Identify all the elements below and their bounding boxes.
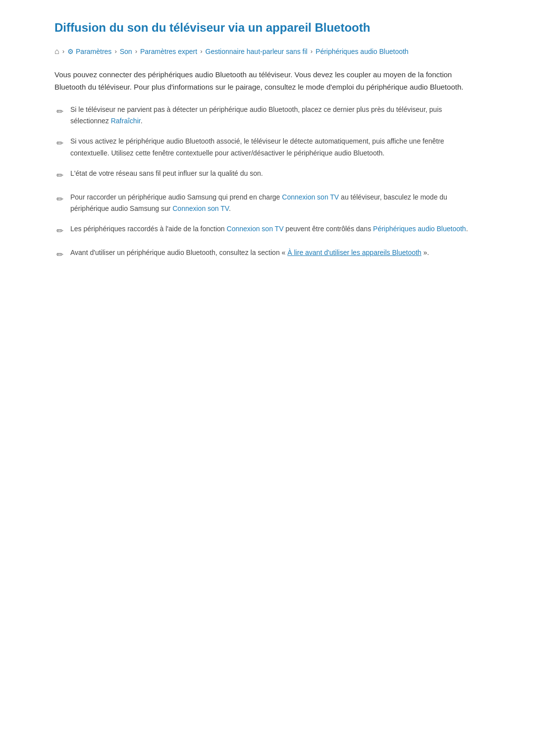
list-item: ✏ L'état de votre réseau sans fil peut i… [54,168,481,183]
pencil-icon: ✏ [54,137,65,151]
list-item: ✏ Si le téléviseur ne parvient pas à dét… [54,104,481,127]
rafraichir-link[interactable]: Rafraîchir [111,117,141,125]
intro-paragraph: Vous pouvez connecter des périphériques … [54,69,481,94]
gear-icon: ⚙ [67,46,74,57]
breadcrumb-separator-4: › [311,47,313,57]
breadcrumb: ⌂ › ⚙ Paramètres › Son › Paramètres expe… [54,45,481,58]
breadcrumb-peripheriques[interactable]: Périphériques audio Bluetooth [316,46,409,57]
connexion-son-tv-link-2[interactable]: Connexion son TV [172,204,229,212]
breadcrumb-son[interactable]: Son [120,46,132,57]
breadcrumb-separator-1: › [114,47,116,57]
home-icon[interactable]: ⌂ [54,45,59,58]
notes-list: ✏ Si le téléviseur ne parvient pas à dét… [54,104,481,262]
pencil-icon: ✏ [54,224,65,238]
page-container: Diffusion du son du téléviseur via un ap… [30,0,505,291]
peripheriques-audio-bluetooth-link[interactable]: Périphériques audio Bluetooth [373,225,466,233]
pencil-icon: ✏ [54,193,65,206]
breadcrumb-separator-0: › [62,47,64,57]
note-text-3: L'état de votre réseau sans fil peut inf… [70,168,481,179]
pencil-icon: ✏ [54,248,65,262]
breadcrumb-separator-2: › [135,47,137,57]
breadcrumb-parametres-expert[interactable]: Paramètres expert [140,46,197,57]
note-text-1: Si le téléviseur ne parvient pas à détec… [70,104,481,127]
note-text-4: Pour raccorder un périphérique audio Sam… [70,192,481,214]
list-item: ✏ Pour raccorder un périphérique audio S… [54,192,481,214]
a-lire-avant-link[interactable]: À lire avant d'utiliser les appareils Bl… [287,249,421,256]
page-title: Diffusion du son du téléviseur via un ap… [54,20,481,35]
connexion-son-tv-link-1[interactable]: Connexion son TV [282,193,339,201]
pencil-icon: ✏ [54,105,65,119]
list-item: ✏ Les périphériques raccordés à l'aide d… [54,223,481,238]
list-item: ✏ Avant d'utiliser un périphérique audio… [54,247,481,262]
note-text-5: Les périphériques raccordés à l'aide de … [70,223,481,235]
breadcrumb-separator-3: › [200,47,202,57]
list-item: ✏ Si vous activez le périphérique audio … [54,136,481,158]
breadcrumb-gestionnaire[interactable]: Gestionnaire haut-parleur sans fil [206,46,308,57]
note-text-6: Avant d'utiliser un périphérique audio B… [70,247,481,258]
breadcrumb-parametres[interactable]: Paramètres [76,46,111,57]
pencil-icon: ✏ [54,169,65,183]
note-text-2: Si vous activez le périphérique audio Bl… [70,136,481,158]
connexion-son-tv-link-3[interactable]: Connexion son TV [227,225,284,233]
